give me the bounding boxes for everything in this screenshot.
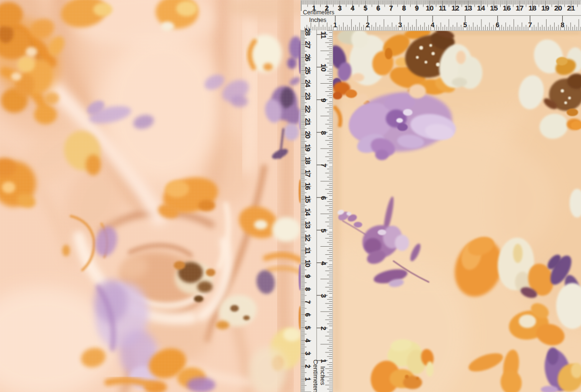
svg-text:4: 4	[351, 4, 355, 12]
svg-text:7: 7	[389, 4, 393, 12]
svg-text:19: 19	[541, 4, 549, 12]
svg-text:21: 21	[567, 4, 575, 12]
svg-text:6: 6	[304, 313, 312, 317]
svg-text:4: 4	[431, 21, 435, 29]
svg-text:6: 6	[376, 4, 380, 12]
svg-text:20: 20	[554, 4, 562, 12]
svg-text:3: 3	[398, 21, 402, 29]
svg-text:1: 1	[304, 377, 312, 381]
svg-text:20: 20	[304, 131, 312, 139]
svg-text:7: 7	[320, 163, 328, 167]
svg-text:21: 21	[304, 118, 312, 126]
svg-text:28: 28	[304, 28, 312, 36]
svg-text:15: 15	[304, 195, 312, 203]
svg-text:9: 9	[320, 98, 328, 102]
svg-text:9: 9	[304, 274, 312, 278]
svg-text:10: 10	[425, 4, 434, 12]
svg-text:16: 16	[304, 183, 312, 190]
svg-text:15: 15	[490, 4, 498, 12]
svg-text:14: 14	[304, 208, 312, 216]
svg-text:12: 12	[304, 234, 312, 241]
svg-text:2: 2	[366, 21, 369, 29]
svg-text:8: 8	[304, 287, 312, 291]
svg-text:Centimeters: Centimeters	[303, 9, 335, 16]
svg-text:3: 3	[338, 4, 342, 12]
svg-text:8: 8	[561, 21, 565, 29]
svg-text:23: 23	[304, 92, 312, 100]
svg-text:Inches: Inches	[319, 366, 326, 385]
svg-text:17: 17	[515, 4, 524, 12]
svg-text:27: 27	[304, 41, 312, 49]
svg-text:6: 6	[320, 196, 328, 200]
svg-text:8: 8	[402, 4, 406, 12]
svg-text:16: 16	[503, 4, 511, 12]
svg-text:13: 13	[304, 221, 312, 229]
svg-text:22: 22	[304, 105, 312, 113]
svg-text:24: 24	[304, 79, 312, 87]
svg-text:19: 19	[304, 144, 312, 152]
svg-text:9: 9	[415, 4, 419, 12]
svg-text:10: 10	[320, 64, 328, 72]
svg-text:Centimeters: Centimeters	[312, 359, 319, 392]
svg-text:5: 5	[320, 229, 328, 232]
svg-text:4: 4	[304, 338, 312, 342]
svg-text:5: 5	[363, 4, 367, 12]
svg-text:5: 5	[304, 326, 312, 329]
svg-text:11: 11	[320, 31, 328, 39]
svg-text:26: 26	[304, 54, 312, 62]
svg-text:2: 2	[304, 364, 312, 368]
svg-text:25: 25	[304, 66, 312, 74]
svg-text:13: 13	[464, 4, 472, 12]
svg-text:7: 7	[528, 21, 532, 29]
svg-text:14: 14	[477, 4, 485, 12]
svg-text:18: 18	[528, 4, 536, 12]
svg-text:4: 4	[320, 261, 328, 265]
svg-text:1: 1	[320, 359, 328, 363]
svg-text:7: 7	[304, 300, 312, 304]
svg-text:2: 2	[320, 327, 328, 330]
svg-text:11: 11	[439, 4, 447, 12]
svg-text:5: 5	[463, 21, 467, 29]
svg-text:11: 11	[304, 247, 312, 254]
svg-text:17: 17	[304, 170, 312, 177]
svg-text:10: 10	[304, 260, 312, 267]
svg-text:6: 6	[496, 21, 500, 29]
svg-text:3: 3	[320, 294, 328, 298]
svg-text:3: 3	[304, 351, 312, 355]
svg-text:8: 8	[320, 131, 328, 135]
svg-text:18: 18	[304, 157, 312, 164]
svg-text:Inches: Inches	[309, 17, 326, 23]
svg-text:12: 12	[451, 4, 459, 12]
svg-text:1: 1	[334, 21, 337, 29]
